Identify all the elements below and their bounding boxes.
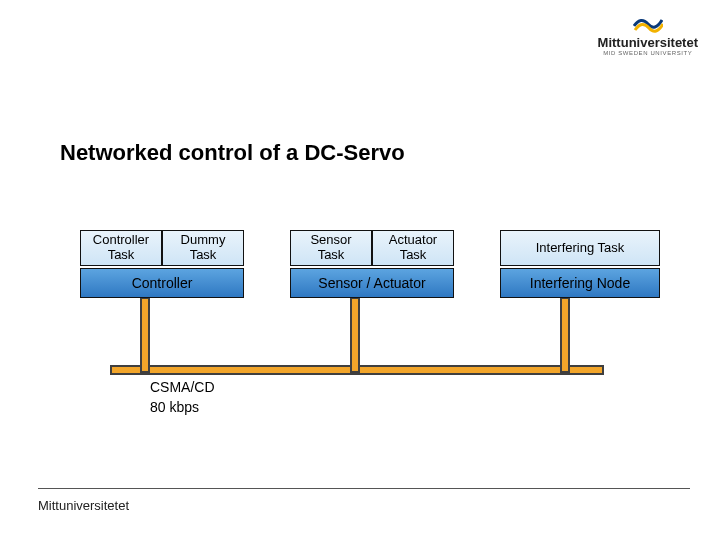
task-dummy: DummyTask (162, 230, 244, 266)
task-interfering: Interfering Task (500, 230, 660, 266)
brand-logo: Mittuniversitetet MID SWEDEN UNIVERSITY (598, 12, 698, 57)
brand-subtitle: MID SWEDEN UNIVERSITY (598, 49, 698, 57)
task-controller: ControllerTask (80, 230, 162, 266)
footer-text: Mittuniversitetet (38, 498, 129, 513)
brand-name: Mittuniversitetet (598, 36, 698, 49)
bus-drop-sensor-actuator (350, 297, 360, 373)
node-controller: Controller (80, 268, 244, 298)
task-sensor: SensorTask (290, 230, 372, 266)
node-interfering: Interfering Node (500, 268, 660, 298)
network-protocol-label: CSMA/CD (150, 378, 215, 397)
page-title: Networked control of a DC-Servo (60, 140, 405, 166)
task-actuator: ActuatorTask (372, 230, 454, 266)
node-sensor-actuator: Sensor / Actuator (290, 268, 454, 298)
bus-drop-interfering (560, 297, 570, 373)
logo-mark-icon (633, 12, 663, 34)
bus-drop-controller (140, 297, 150, 373)
network-speed-label: 80 kbps (150, 398, 199, 417)
network-diagram: ControllerTask DummyTask SensorTask Actu… (0, 230, 720, 410)
footer-divider (38, 488, 690, 489)
